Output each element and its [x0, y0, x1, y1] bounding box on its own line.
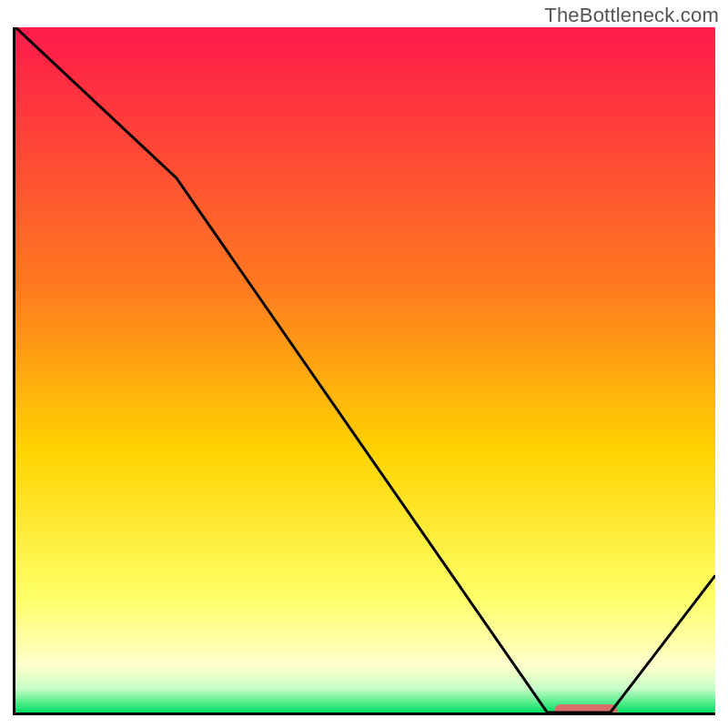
- watermark-text: TheBottleneck.com: [544, 4, 719, 27]
- chart-wrapper: TheBottleneck.com: [0, 0, 728, 728]
- chart-axes: [13, 27, 715, 715]
- chart-svg: [15, 27, 715, 713]
- chart-background: [15, 27, 715, 713]
